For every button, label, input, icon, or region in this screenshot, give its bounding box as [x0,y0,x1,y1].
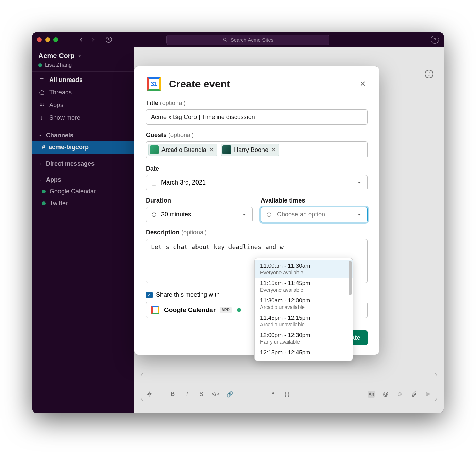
share-checkbox[interactable]: ✓ [146,292,153,298]
guests-input[interactable]: Arcadio Buendia✕ Harry Boone✕ [146,141,368,158]
field-guests: Guests (optional) Arcadio Buendia✕ Harry… [146,131,368,158]
available-times-select[interactable]: Choose an option… [261,207,368,222]
clock-icon [151,212,157,218]
optional-hint: (optional) [168,131,194,138]
time-option[interactable]: 12:00pm - 12:30pmHarry unavailable [255,330,353,347]
duration-select[interactable]: 30 minutes [146,207,253,222]
field-title: Title (optional) [146,100,368,125]
field-available-times: Available times Choose an option… [261,197,368,222]
modal-header: 31 Create event ✕ [146,76,368,92]
time-option[interactable]: 11:00am - 11:30amEveryone available [255,260,353,278]
field-date: Date March 3rd, 2021 [146,165,368,190]
chevron-down-icon [356,212,362,218]
chevron-down-icon [241,212,248,218]
duration-label: Duration [146,197,253,204]
optional-hint: (optional) [181,229,207,236]
close-icon[interactable]: ✕ [358,79,368,89]
guest-chip-arcadio[interactable]: Arcadio Buendia✕ [148,144,217,156]
row-duration-times: Duration 30 minutes Available times Choo… [146,197,368,222]
avail-label: Available times [261,197,368,204]
guests-label: Guests [146,131,167,138]
date-value: March 3rd, 2021 [161,179,206,186]
calendar-icon [151,180,157,186]
guest-name: Harry Boone [234,146,268,154]
avatar [150,145,159,154]
avatar [222,145,231,154]
time-option[interactable]: 12:15pm - 12:45pm [255,347,353,358]
app-badge: APP [220,307,232,313]
time-option[interactable]: 11:30am - 12:00pmArcadio unavailable [255,295,353,312]
share-target-name: Google Calendar [164,306,216,314]
remove-guest-icon[interactable]: ✕ [209,146,214,154]
modal-title: Create event [169,78,230,90]
title-label: Title [146,100,158,106]
remove-guest-icon[interactable]: ✕ [271,146,276,154]
chevron-down-icon [356,180,362,186]
app-window: Search Acme Sites ? Acme Corp Lisa Zhang… [32,32,444,413]
guest-name: Arcadio Buendia [162,146,206,154]
svg-rect-8 [152,181,156,185]
google-calendar-icon [151,305,160,314]
time-option[interactable]: 11:15am - 11:45pmEveryone available [255,278,353,295]
share-label: Share this meeting with [156,291,220,298]
google-calendar-icon: 31 [146,76,162,92]
field-duration: Duration 30 minutes [146,197,253,222]
create-event-modal: 31 Create event ✕ Title (optional) Guest… [134,66,379,355]
duration-value: 30 minutes [161,211,191,218]
time-option[interactable]: 11:45pm - 12:15pmArcadio unavailable [255,312,353,330]
guest-chip-harry[interactable]: Harry Boone✕ [221,144,279,156]
desc-label: Description [146,229,180,236]
clock-icon [266,212,272,218]
title-input[interactable] [146,109,368,125]
scrollbar[interactable] [349,261,352,295]
date-select[interactable]: March 3rd, 2021 [146,175,368,190]
date-label: Date [146,165,368,172]
presence-dot-icon [237,308,241,312]
avail-placeholder: Choose an option… [276,211,331,218]
available-times-dropdown: 11:00am - 11:30amEveryone available 11:1… [254,258,353,361]
optional-hint: (optional) [160,100,186,106]
